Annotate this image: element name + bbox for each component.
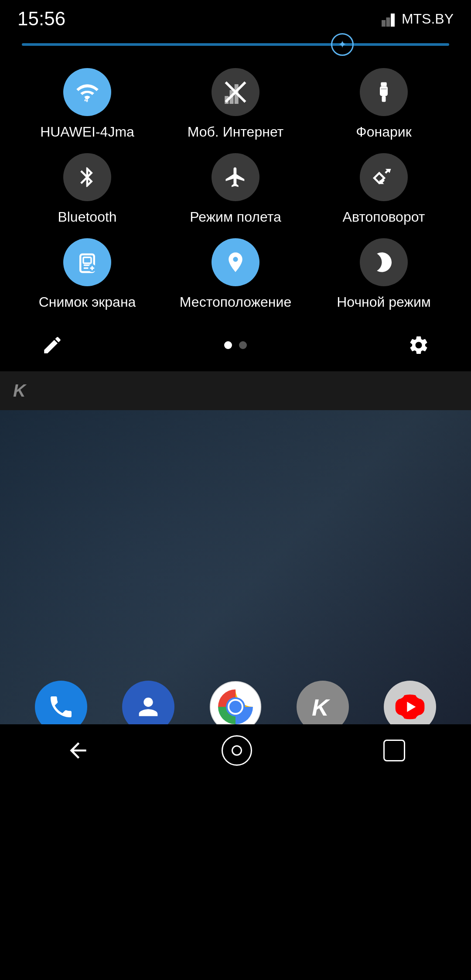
airplane-icon-circle	[212, 153, 259, 201]
nightmode-icon	[372, 250, 396, 274]
page-dot-1	[224, 341, 232, 349]
qs-tile-location[interactable]: Местоположение	[166, 238, 305, 310]
bluetooth-icon-circle	[63, 153, 111, 201]
qs-tile-flashlight[interactable]: Фонарик	[314, 68, 454, 140]
airplane-label: Режим полета	[190, 209, 281, 225]
k-app-icon: K	[305, 689, 340, 724]
page-dots	[224, 341, 247, 349]
qs-toolbar	[17, 323, 454, 371]
status-icons: MTS.BY	[382, 11, 454, 27]
status-bar: 15:56 MTS.BY	[0, 0, 471, 34]
svg-marker-2	[391, 14, 395, 27]
contacts-icon	[134, 693, 162, 721]
flashlight-icon-circle	[360, 68, 408, 116]
location-icon-circle	[212, 238, 259, 286]
flashlight-label: Фонарик	[356, 124, 411, 140]
settings-button[interactable]	[406, 332, 432, 358]
brightness-thumb	[331, 33, 354, 56]
bluetooth-icon	[75, 165, 99, 189]
nightmode-label: Ночной режим	[337, 294, 431, 310]
qs-tile-mobile-data[interactable]: Моб. Интернет	[166, 68, 305, 140]
nav-bar	[0, 724, 471, 785]
brightness-slider[interactable]	[22, 43, 449, 46]
svg-rect-9	[381, 82, 387, 86]
keyboard-letter: K	[13, 381, 26, 401]
home-area: K Google	[0, 410, 471, 785]
settings-icon	[408, 334, 430, 356]
qs-tile-screenshot[interactable]: Снимок экрана	[17, 238, 157, 310]
autorotate-icon	[372, 165, 396, 189]
home-circle	[222, 735, 252, 766]
location-icon	[224, 250, 247, 274]
screenshot-icon	[75, 250, 99, 274]
autorotate-label: Автоповорот	[343, 209, 425, 225]
recents-rect	[383, 740, 405, 761]
edit-icon	[41, 334, 63, 356]
brightness-track	[22, 43, 449, 46]
qs-tile-bluetooth[interactable]: Bluetooth	[17, 153, 157, 225]
svg-point-19	[229, 701, 242, 713]
edit-button[interactable]	[39, 332, 65, 358]
keyboard-bar: K	[0, 371, 471, 410]
svg-text:K: K	[312, 694, 331, 720]
home-button[interactable]	[222, 735, 252, 766]
flashlight-icon	[372, 80, 396, 104]
youtube-icon	[392, 689, 427, 724]
screenshot-label: Снимок экрана	[39, 294, 136, 310]
back-button[interactable]	[66, 738, 90, 763]
wifi-icon: 4	[75, 80, 99, 104]
svg-rect-14	[83, 257, 91, 264]
qs-tile-airplane[interactable]: Режим полета	[166, 153, 305, 225]
bluetooth-label: Bluetooth	[58, 209, 116, 225]
back-icon	[66, 738, 90, 763]
home-inner-circle	[232, 745, 242, 756]
brightness-row[interactable]	[0, 34, 471, 55]
svg-rect-11	[382, 96, 386, 102]
svg-marker-1	[386, 17, 390, 27]
svg-rect-10	[380, 86, 388, 96]
page-dot-2	[239, 341, 247, 349]
qs-tile-nightmode[interactable]: Ночной режим	[314, 238, 454, 310]
autorotate-icon-circle	[360, 153, 408, 201]
wifi-label: HUAWEI-4Jma	[40, 124, 134, 140]
nightmode-icon-circle	[360, 238, 408, 286]
carrier-text: MTS.BY	[402, 11, 454, 27]
wifi-icon-circle: 4	[63, 68, 111, 116]
quick-settings-grid: 4 HUAWEI-4Jma Моб. Интернет	[17, 64, 454, 323]
location-label: Местоположение	[180, 294, 291, 310]
qs-tile-wifi[interactable]: 4 HUAWEI-4Jma	[17, 68, 157, 140]
qs-tile-autorotate[interactable]: Автоповорот	[314, 153, 454, 225]
status-time: 15:56	[17, 8, 65, 30]
mobile-data-label: Моб. Интернет	[188, 124, 284, 140]
quick-settings-panel: 4 HUAWEI-4Jma Моб. Интернет	[0, 55, 471, 371]
recents-button[interactable]	[383, 740, 405, 761]
mobile-data-icon-circle	[212, 68, 259, 116]
svg-marker-0	[382, 20, 386, 27]
svg-text:4: 4	[84, 96, 88, 103]
svg-rect-12	[381, 88, 387, 89]
mobile-data-icon	[224, 80, 247, 104]
phone-icon	[47, 693, 75, 721]
airplane-icon	[224, 165, 247, 189]
signal-icon	[382, 11, 397, 27]
screenshot-icon-circle	[63, 238, 111, 286]
